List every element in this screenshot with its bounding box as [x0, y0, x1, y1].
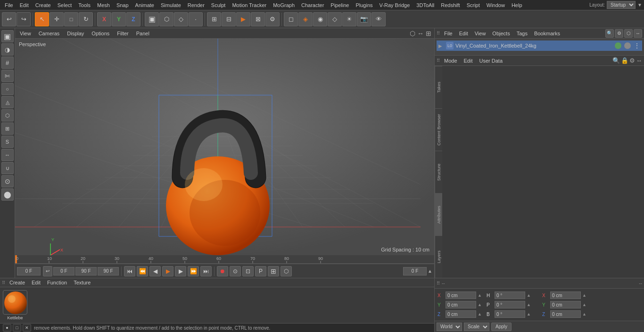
om-edit-menu[interactable]: Edit	[457, 30, 471, 37]
loop-tool-btn[interactable]: ○	[1, 83, 14, 95]
mat-create-menu[interactable]: Create	[7, 279, 27, 286]
pb-grid-btn[interactable]: ⊞	[268, 266, 279, 276]
weld-tool-btn[interactable]: S	[1, 136, 14, 148]
attr-gear-icon[interactable]: ⚙	[629, 57, 635, 64]
viewport-options-menu[interactable]: Options	[90, 30, 111, 37]
select-tool-button[interactable]: ↖	[35, 12, 49, 26]
size-z-input[interactable]	[550, 310, 581, 318]
coord-z-input[interactable]	[446, 310, 476, 318]
poly-btn[interactable]: ◉	[313, 12, 327, 26]
goto-start-btn[interactable]: ⏮	[124, 266, 135, 276]
menu-character[interactable]: Character	[298, 1, 327, 9]
om-bookmarks-menu[interactable]: Bookmarks	[532, 30, 562, 37]
coord-h-input[interactable]	[495, 292, 525, 299]
mat-function-menu[interactable]: Function	[45, 279, 69, 286]
world-space-select[interactable]: World	[437, 323, 462, 331]
viewport-3d[interactable]: Perspective	[15, 39, 434, 255]
status-btn-square[interactable]: □	[13, 324, 21, 332]
menu-create[interactable]: Create	[33, 1, 54, 9]
menu-help[interactable]: Help	[509, 1, 525, 9]
step-fwd-btn[interactable]: ⏩	[188, 266, 199, 276]
coord-h-unit-icon[interactable]: ▲	[527, 293, 534, 298]
menu-tools[interactable]: Tools	[75, 1, 93, 9]
record-btn[interactable]: ⏺	[217, 266, 228, 276]
size-x-unit-icon[interactable]: ▲	[582, 293, 590, 298]
prev-frame-btn[interactable]: ◀	[149, 266, 161, 276]
extrude-tool-btn[interactable]: ⬡	[1, 109, 14, 121]
bridge-tool-btn[interactable]: ⊞	[1, 122, 14, 135]
pb-motion-btn[interactable]: ⬡	[281, 266, 292, 276]
pb-preview-btn[interactable]: P	[255, 266, 266, 276]
cam-btn[interactable]: 📷	[357, 12, 371, 26]
status-btn-x[interactable]: ✕	[23, 324, 31, 332]
mat-texture-menu[interactable]: Texture	[71, 279, 93, 286]
om-maximize-btn[interactable]: ⬡	[624, 29, 633, 38]
coord-x-input[interactable]	[446, 292, 476, 299]
size-x-input[interactable]	[550, 292, 581, 299]
attr-edit-menu[interactable]: Edit	[462, 57, 475, 65]
coord-b-input[interactable]	[495, 310, 525, 318]
goto-end-btn[interactable]: ⏭	[200, 266, 212, 276]
size-z-unit-icon[interactable]: ▲	[582, 312, 590, 316]
om-view-menu[interactable]: View	[472, 30, 488, 37]
y-axis-button[interactable]: Y	[112, 12, 126, 26]
om-file-menu[interactable]: File	[442, 30, 455, 37]
attr-mode-menu[interactable]: Mode	[442, 57, 460, 65]
object-vis-circle[interactable]	[615, 42, 621, 49]
om-objects-menu[interactable]: Objects	[490, 30, 512, 37]
menu-simulate[interactable]: Simulate	[158, 1, 184, 9]
undo-button[interactable]: ↩	[2, 12, 16, 26]
start-frame-input[interactable]	[53, 267, 74, 275]
end-frame-input2[interactable]	[98, 267, 119, 275]
timeline-ruler[interactable]: 0 10 20 30 40 50 60 70 80	[15, 255, 434, 264]
vp-ctrl-icon1[interactable]: ⬡	[410, 30, 415, 37]
menu-mograph[interactable]: MoGraph	[270, 1, 297, 9]
edge-mode-button[interactable]: ◇	[174, 12, 188, 26]
menu-motion-tracker[interactable]: Motion Tracker	[229, 1, 269, 9]
end-frame-input[interactable]	[75, 267, 97, 275]
om-search-btn[interactable]: 🔍	[605, 29, 614, 38]
z-axis-button[interactable]: Z	[126, 12, 140, 26]
object-tool-btn[interactable]: ▣	[1, 30, 14, 42]
menu-edit[interactable]: Edit	[17, 1, 32, 9]
scale-tool-button[interactable]: □	[64, 12, 78, 26]
status-btn-circle[interactable]: ●	[3, 324, 11, 332]
menu-animate[interactable]: Animate	[132, 1, 157, 9]
object-render-circle[interactable]	[624, 42, 631, 49]
scale-select[interactable]: Scale	[464, 323, 489, 331]
menu-file[interactable]: File	[2, 1, 16, 9]
menu-snap[interactable]: Snap	[114, 1, 132, 9]
paint-btn[interactable]: ◈	[298, 12, 313, 26]
wire-btn[interactable]: ◇	[328, 12, 342, 26]
eye-btn[interactable]: 👁	[372, 12, 386, 26]
viewport-filter-menu[interactable]: Filter	[115, 30, 130, 37]
viewport-cameras-menu[interactable]: Cameras	[37, 30, 62, 37]
coord-x-unit-icon[interactable]: ▲	[478, 293, 485, 298]
render-region-button[interactable]: ⊞	[207, 12, 221, 26]
attr-lock-icon[interactable]: 🔒	[621, 57, 628, 64]
apply-button[interactable]: Apply	[491, 323, 512, 331]
persp-btn[interactable]: ◻	[284, 12, 298, 26]
size-y-unit-icon[interactable]: ▲	[582, 302, 590, 307]
slide-tool-btn[interactable]: ↔	[1, 149, 14, 161]
material-swatch-kettlebell[interactable]: Kettlebe	[3, 290, 27, 320]
light-btn[interactable]: ☀	[342, 12, 356, 26]
tab-takes[interactable]: Takes	[435, 66, 442, 108]
auto-key-btn[interactable]: ⊙	[230, 266, 241, 276]
menu-window[interactable]: Window	[484, 1, 508, 9]
redo-button[interactable]: ↪	[17, 12, 31, 26]
coord-p-unit-icon[interactable]: ▲	[527, 302, 534, 307]
rotate-tool-button[interactable]: ↻	[79, 12, 93, 26]
object-more-btn[interactable]: ⋮	[634, 42, 640, 49]
attr-userdata-menu[interactable]: User Data	[477, 57, 505, 65]
vp-ctrl-icon2[interactable]: ↔	[417, 30, 424, 37]
menu-plugins[interactable]: Plugins	[353, 1, 375, 9]
om-expand-btn[interactable]: ↔	[634, 29, 642, 38]
menu-sculpt[interactable]: Sculpt	[208, 1, 229, 9]
expand-icon[interactable]: ▶	[438, 43, 444, 49]
layout-dropdown[interactable]: Startup	[607, 1, 636, 9]
menu-render[interactable]: Render	[185, 1, 207, 9]
x-axis-button[interactable]: X	[97, 12, 111, 26]
om-tags-menu[interactable]: Tags	[514, 30, 530, 37]
attr-search-icon[interactable]: 🔍	[612, 57, 620, 64]
